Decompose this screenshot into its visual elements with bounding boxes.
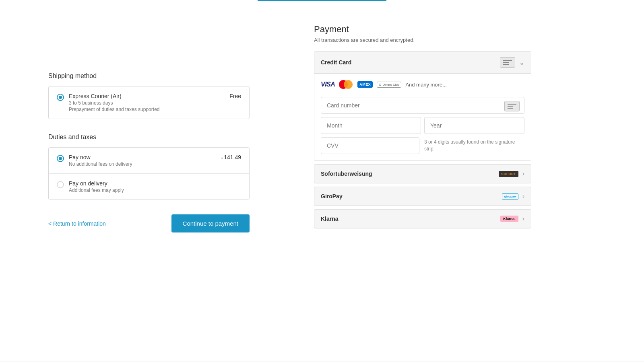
cvv-input[interactable] — [321, 137, 419, 154]
cvv-field-wrap — [321, 137, 419, 154]
klarna-label: Klarna — [321, 216, 339, 222]
duty-sublabel-pay-delivery: Additional fees may apply — [69, 187, 124, 193]
klarna-right: Klarna. › — [500, 215, 524, 222]
payment-subtitle: All transactions are secured and encrypt… — [314, 37, 531, 43]
sofortuberweisung-chevron-icon: › — [522, 170, 524, 177]
credit-card-label: Credit Card — [321, 59, 351, 66]
duties-cards: Pay now No additional fees on delivery ₼… — [48, 147, 250, 200]
shipping-label-express: Express Courier (Air) — [69, 93, 159, 99]
shipping-title: Shipping method — [48, 72, 250, 80]
duty-sublabel-pay-now: No additional fees on delivery — [69, 161, 132, 167]
shipping-sublabel2-express: Prepayment of duties and taxes supported — [69, 107, 159, 112]
month-year-row — [321, 117, 524, 134]
giropay-badge: giropay — [502, 193, 518, 200]
continue-to-payment-button[interactable]: Continue to payment — [171, 214, 250, 232]
giropay-row[interactable]: GiroPay giropay › — [314, 187, 531, 206]
duties-section: Duties and taxes Pay now No additional f… — [48, 134, 250, 200]
klarna-chevron-icon: › — [522, 215, 524, 222]
month-input[interactable] — [321, 117, 421, 134]
cvv-hint-text: 3 or 4 digits usually found on the signa… — [423, 137, 524, 154]
shipping-price-express: Free — [229, 93, 241, 99]
duty-option-pay-now[interactable]: Pay now No additional fees on delivery ₼… — [49, 148, 249, 173]
duty-price-pay-now: ₼141.49 — [221, 154, 241, 160]
sofortuberweisung-label: Sofortuberweisung — [321, 171, 372, 177]
card-line-3 — [503, 64, 509, 65]
credit-card-chevron-icon: ⌄ — [519, 59, 524, 66]
year-input[interactable] — [424, 117, 524, 134]
left-panel: Shipping method Express Courier (Air) 3 … — [0, 0, 282, 362]
shipping-section: Shipping method Express Courier (Air) 3 … — [48, 72, 250, 119]
duty-label-pay-now: Pay now — [69, 154, 132, 160]
card-lines-icon — [503, 60, 512, 65]
card-line-2 — [503, 62, 509, 63]
credit-card-body: VISA AMEX ⊙ Diners Club And many more... — [314, 74, 531, 160]
card-number-icon — [504, 99, 520, 111]
duty-label-pay-delivery: Pay on delivery — [69, 180, 124, 187]
cvv-row: 3 or 4 digits usually found on the signa… — [321, 137, 524, 154]
shipping-option-express[interactable]: Express Courier (Air) 3 to 5 business da… — [48, 86, 250, 119]
credit-card-block: Credit Card ⌄ VISA — [314, 51, 531, 161]
right-panel: Payment All transactions are secured and… — [282, 0, 564, 362]
card-line-1 — [503, 60, 512, 61]
duties-title: Duties and taxes — [48, 134, 250, 141]
more-logos-label: And many more... — [405, 82, 447, 88]
card-logos: VISA AMEX ⊙ Diners Club And many more... — [321, 80, 524, 89]
giropay-label: GiroPay — [321, 193, 343, 200]
klarna-row[interactable]: Klarna Klarna. › — [314, 209, 531, 228]
visa-logo: VISA — [321, 81, 335, 88]
actions-row: Return to information Continue to paymen… — [48, 214, 250, 232]
duty-option-pay-delivery[interactable]: Pay on delivery Additional fees may appl… — [49, 173, 249, 200]
progress-bar — [258, 0, 386, 1]
credit-card-header[interactable]: Credit Card ⌄ — [314, 51, 531, 74]
giropay-right: giropay › — [502, 193, 524, 200]
giropay-chevron-icon: › — [522, 193, 524, 200]
mastercard-logo — [339, 80, 353, 89]
return-to-information-link[interactable]: Return to information — [48, 220, 106, 227]
duty-radio-pay-delivery[interactable] — [57, 181, 64, 188]
klarna-badge: Klarna. — [500, 216, 518, 222]
card-number-wrap — [321, 97, 524, 114]
payment-title: Payment — [314, 24, 531, 35]
credit-card-icon — [500, 57, 515, 68]
card-number-input[interactable] — [321, 97, 524, 114]
amex-logo: AMEX — [357, 81, 373, 88]
mc-circle-right — [344, 80, 353, 89]
duty-radio-pay-now[interactable] — [57, 155, 64, 162]
sofort-badge: SOFORT — [499, 171, 518, 177]
sofortuberweisung-row[interactable]: Sofortuberweisung SOFORT › — [314, 164, 531, 183]
shipping-sublabel1-express: 3 to 5 business days — [69, 100, 159, 106]
credit-card-header-right: ⌄ — [500, 57, 524, 68]
diners-logo: ⊙ Diners Club — [377, 82, 401, 88]
shipping-radio-express[interactable] — [57, 94, 64, 101]
sofortuberweisung-right: SOFORT › — [499, 170, 524, 177]
